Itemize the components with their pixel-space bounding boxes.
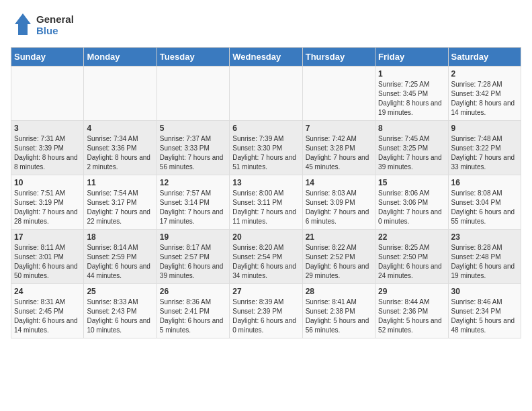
day-number: 4 bbox=[87, 124, 153, 133]
day-info: Sunrise: 7:45 AM Sunset: 3:25 PM Dayligh… bbox=[378, 134, 445, 172]
calendar-cell: 14Sunrise: 8:03 AM Sunset: 3:09 PM Dayli… bbox=[302, 175, 375, 230]
calendar-row: 17Sunrise: 8:11 AM Sunset: 3:01 PM Dayli… bbox=[11, 230, 521, 284]
day-number: 17 bbox=[14, 232, 81, 242]
day-number: 23 bbox=[451, 232, 518, 242]
calendar-cell: 29Sunrise: 8:44 AM Sunset: 2:36 PM Dayli… bbox=[375, 284, 448, 338]
day-number: 11 bbox=[87, 178, 153, 187]
page-header: General Blue bbox=[11, 11, 521, 39]
day-number: 21 bbox=[306, 232, 372, 242]
day-number: 28 bbox=[306, 287, 372, 296]
calendar-cell: 8Sunrise: 7:45 AM Sunset: 3:25 PM Daylig… bbox=[375, 121, 448, 175]
day-info: Sunrise: 8:14 AM Sunset: 2:59 PM Dayligh… bbox=[87, 243, 153, 281]
day-info: Sunrise: 7:54 AM Sunset: 3:17 PM Dayligh… bbox=[87, 189, 153, 226]
calendar-row: 24Sunrise: 8:31 AM Sunset: 2:45 PM Dayli… bbox=[11, 284, 521, 338]
day-info: Sunrise: 8:03 AM Sunset: 3:09 PM Dayligh… bbox=[306, 189, 372, 226]
day-number: 25 bbox=[87, 287, 153, 296]
header-day: Sunday bbox=[11, 48, 84, 66]
calendar-cell: 17Sunrise: 8:11 AM Sunset: 3:01 PM Dayli… bbox=[11, 230, 84, 284]
calendar-cell: 12Sunrise: 7:57 AM Sunset: 3:14 PM Dayli… bbox=[157, 175, 229, 230]
day-info: Sunrise: 8:20 AM Sunset: 2:54 PM Dayligh… bbox=[232, 243, 299, 281]
calendar-cell: 24Sunrise: 8:31 AM Sunset: 2:45 PM Dayli… bbox=[11, 284, 84, 338]
header-day: Thursday bbox=[302, 48, 375, 66]
day-info: Sunrise: 7:25 AM Sunset: 3:45 PM Dayligh… bbox=[378, 80, 445, 118]
day-number: 7 bbox=[306, 124, 372, 133]
calendar-cell: 9Sunrise: 7:48 AM Sunset: 3:22 PM Daylig… bbox=[448, 121, 521, 175]
day-number: 30 bbox=[451, 287, 518, 296]
calendar-cell: 22Sunrise: 8:25 AM Sunset: 2:50 PM Dayli… bbox=[375, 230, 448, 284]
calendar-cell: 28Sunrise: 8:41 AM Sunset: 2:38 PM Dayli… bbox=[302, 284, 375, 338]
day-number: 29 bbox=[378, 287, 445, 296]
day-info: Sunrise: 7:31 AM Sunset: 3:39 PM Dayligh… bbox=[14, 134, 81, 172]
calendar-cell: 10Sunrise: 7:51 AM Sunset: 3:19 PM Dayli… bbox=[11, 175, 84, 230]
header-row: SundayMondayTuesdayWednesdayThursdayFrid… bbox=[11, 48, 521, 66]
calendar-cell bbox=[11, 66, 84, 121]
day-info: Sunrise: 8:25 AM Sunset: 2:50 PM Dayligh… bbox=[378, 243, 445, 281]
calendar-cell: 13Sunrise: 8:00 AM Sunset: 3:11 PM Dayli… bbox=[230, 175, 302, 230]
day-number: 24 bbox=[14, 287, 81, 296]
calendar-cell: 6Sunrise: 7:39 AM Sunset: 3:30 PM Daylig… bbox=[230, 121, 302, 175]
day-info: Sunrise: 8:46 AM Sunset: 2:34 PM Dayligh… bbox=[451, 298, 518, 335]
day-number: 1 bbox=[378, 69, 445, 79]
calendar-cell: 5Sunrise: 7:37 AM Sunset: 3:33 PM Daylig… bbox=[157, 121, 229, 175]
calendar-cell: 1Sunrise: 7:25 AM Sunset: 3:45 PM Daylig… bbox=[375, 66, 448, 121]
day-number: 2 bbox=[451, 69, 518, 79]
day-number: 27 bbox=[232, 287, 299, 296]
day-number: 26 bbox=[160, 287, 226, 296]
day-info: Sunrise: 8:17 AM Sunset: 2:57 PM Dayligh… bbox=[160, 243, 226, 281]
calendar-cell: 25Sunrise: 8:33 AM Sunset: 2:43 PM Dayli… bbox=[84, 284, 157, 338]
day-info: Sunrise: 8:11 AM Sunset: 3:01 PM Dayligh… bbox=[14, 243, 81, 281]
day-number: 16 bbox=[451, 178, 518, 187]
day-info: Sunrise: 8:22 AM Sunset: 2:52 PM Dayligh… bbox=[306, 243, 372, 281]
day-number: 13 bbox=[232, 178, 299, 187]
day-info: Sunrise: 8:33 AM Sunset: 2:43 PM Dayligh… bbox=[87, 298, 153, 335]
day-info: Sunrise: 8:36 AM Sunset: 2:41 PM Dayligh… bbox=[160, 298, 226, 335]
calendar-row: 10Sunrise: 7:51 AM Sunset: 3:19 PM Dayli… bbox=[11, 175, 521, 230]
day-info: Sunrise: 8:41 AM Sunset: 2:38 PM Dayligh… bbox=[306, 298, 372, 335]
calendar-cell: 2Sunrise: 7:28 AM Sunset: 3:42 PM Daylig… bbox=[448, 66, 521, 121]
svg-marker-2 bbox=[15, 13, 31, 35]
day-info: Sunrise: 8:39 AM Sunset: 2:39 PM Dayligh… bbox=[232, 298, 299, 335]
header-day: Tuesday bbox=[157, 48, 229, 66]
calendar-cell: 4Sunrise: 7:34 AM Sunset: 3:36 PM Daylig… bbox=[84, 121, 157, 175]
day-info: Sunrise: 8:00 AM Sunset: 3:11 PM Dayligh… bbox=[232, 189, 299, 226]
calendar-cell: 23Sunrise: 8:28 AM Sunset: 2:48 PM Dayli… bbox=[448, 230, 521, 284]
calendar-table: SundayMondayTuesdayWednesdayThursdayFrid… bbox=[11, 47, 521, 338]
calendar-cell: 15Sunrise: 8:06 AM Sunset: 3:06 PM Dayli… bbox=[375, 175, 448, 230]
day-number: 6 bbox=[232, 124, 299, 133]
calendar-cell bbox=[230, 66, 302, 121]
calendar-row: 3Sunrise: 7:31 AM Sunset: 3:39 PM Daylig… bbox=[11, 121, 521, 175]
day-info: Sunrise: 7:34 AM Sunset: 3:36 PM Dayligh… bbox=[87, 134, 153, 172]
calendar-cell bbox=[302, 66, 375, 121]
day-info: Sunrise: 8:08 AM Sunset: 3:04 PM Dayligh… bbox=[451, 189, 518, 226]
day-info: Sunrise: 8:06 AM Sunset: 3:06 PM Dayligh… bbox=[378, 189, 445, 226]
day-number: 8 bbox=[378, 124, 445, 133]
day-info: Sunrise: 8:28 AM Sunset: 2:48 PM Dayligh… bbox=[451, 243, 518, 281]
svg-text:General: General bbox=[36, 13, 74, 25]
day-number: 10 bbox=[14, 178, 81, 187]
calendar-cell bbox=[84, 66, 157, 121]
calendar-cell: 26Sunrise: 8:36 AM Sunset: 2:41 PM Dayli… bbox=[157, 284, 229, 338]
calendar-cell: 7Sunrise: 7:42 AM Sunset: 3:28 PM Daylig… bbox=[302, 121, 375, 175]
svg-text:Blue: Blue bbox=[36, 25, 58, 36]
day-info: Sunrise: 7:57 AM Sunset: 3:14 PM Dayligh… bbox=[160, 189, 226, 226]
day-number: 15 bbox=[378, 178, 445, 187]
day-info: Sunrise: 7:37 AM Sunset: 3:33 PM Dayligh… bbox=[160, 134, 226, 172]
day-number: 5 bbox=[160, 124, 226, 133]
calendar-cell: 16Sunrise: 8:08 AM Sunset: 3:04 PM Dayli… bbox=[448, 175, 521, 230]
calendar-cell: 27Sunrise: 8:39 AM Sunset: 2:39 PM Dayli… bbox=[230, 284, 302, 338]
day-number: 20 bbox=[232, 232, 299, 242]
header-day: Wednesday bbox=[230, 48, 302, 66]
calendar-cell: 30Sunrise: 8:46 AM Sunset: 2:34 PM Dayli… bbox=[448, 284, 521, 338]
day-number: 22 bbox=[378, 232, 445, 242]
calendar-cell: 11Sunrise: 7:54 AM Sunset: 3:17 PM Dayli… bbox=[84, 175, 157, 230]
day-number: 3 bbox=[14, 124, 81, 133]
header-day: Saturday bbox=[448, 48, 521, 66]
calendar-cell: 21Sunrise: 8:22 AM Sunset: 2:52 PM Dayli… bbox=[302, 230, 375, 284]
calendar-cell: 19Sunrise: 8:17 AM Sunset: 2:57 PM Dayli… bbox=[157, 230, 229, 284]
day-info: Sunrise: 7:42 AM Sunset: 3:28 PM Dayligh… bbox=[306, 134, 372, 172]
calendar-header: SundayMondayTuesdayWednesdayThursdayFrid… bbox=[11, 48, 521, 66]
calendar-row: 1Sunrise: 7:25 AM Sunset: 3:45 PM Daylig… bbox=[11, 66, 521, 121]
calendar-cell: 20Sunrise: 8:20 AM Sunset: 2:54 PM Dayli… bbox=[230, 230, 302, 284]
logo-svg: General Blue bbox=[11, 11, 85, 39]
day-number: 14 bbox=[306, 178, 372, 187]
